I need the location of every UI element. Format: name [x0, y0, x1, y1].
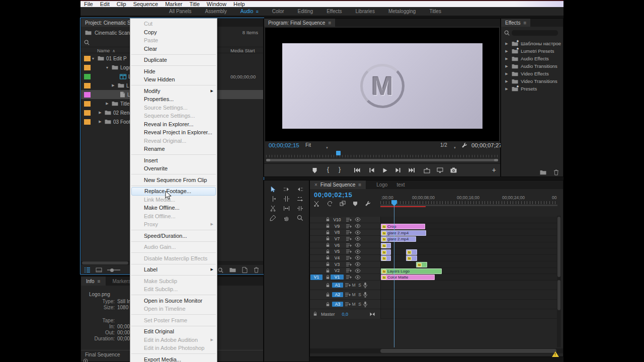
- track-name[interactable]: V4: [331, 255, 344, 260]
- mark-in-button[interactable]: {: [327, 166, 329, 173]
- lock-icon[interactable]: [325, 255, 331, 260]
- timeline-clip[interactable]: Crop: [381, 224, 425, 229]
- tree-disclosure-icon[interactable]: ▶: [504, 72, 509, 76]
- track-output-patch-icon[interactable]: [346, 262, 352, 267]
- timeline-tab[interactable]: text: [392, 180, 409, 189]
- extract-button[interactable]: [437, 167, 443, 173]
- settings-wrench-icon[interactable]: [461, 142, 467, 148]
- nest-sequence-icon[interactable]: [340, 201, 346, 207]
- find-icon[interactable]: [218, 267, 223, 273]
- label-color-swatch[interactable]: [84, 101, 91, 107]
- audio-track-header[interactable]: A3 M S: [310, 300, 380, 309]
- track-name[interactable]: V10: [331, 217, 344, 222]
- source-patch-indicator[interactable]: [310, 230, 323, 235]
- chevron-down-icon[interactable]: [326, 144, 329, 150]
- context-menu-item[interactable]: Sequence Settings... ▶: [130, 112, 217, 120]
- video-track-header[interactable]: V1 V1: [310, 274, 380, 281]
- menubar-item[interactable]: Help: [230, 1, 249, 7]
- context-menu-item[interactable]: Speed/Duration... ▶: [130, 232, 217, 240]
- panel-menu-icon[interactable]: [328, 20, 331, 26]
- video-track-header[interactable]: V7: [310, 236, 380, 242]
- effects-folder-row[interactable]: ▶ ★ Audio Transitions: [501, 62, 563, 70]
- source-patch-indicator[interactable]: V1: [310, 275, 323, 280]
- video-track-header[interactable]: V5: [310, 248, 380, 255]
- context-menu-item[interactable]: Export Media... ▶: [130, 355, 217, 362]
- context-menu-item[interactable]: Modify ▶: [130, 87, 217, 96]
- track-output-patch-icon[interactable]: [346, 230, 352, 235]
- zoom-tool[interactable]: [293, 213, 307, 223]
- video-track-header[interactable]: V9: [310, 223, 380, 230]
- context-menu-item[interactable]: Label ▶: [130, 265, 217, 274]
- workspace-tab[interactable]: Libraries ≡: [356, 9, 375, 14]
- solo-button[interactable]: S: [357, 283, 363, 288]
- info-tab[interactable]: Info: [81, 277, 106, 286]
- add-marker-button[interactable]: [312, 167, 317, 173]
- context-menu-item[interactable]: Copy ▶: [130, 28, 217, 37]
- context-menu-item[interactable]: Open in Timeline ▶: [130, 305, 217, 313]
- context-menu-item[interactable]: Cut ▶: [130, 20, 217, 28]
- scrollbar-thumb[interactable]: [557, 217, 560, 277]
- label-color-swatch[interactable]: [84, 83, 91, 88]
- context-menu-item[interactable]: Overwrite ▶: [130, 164, 217, 173]
- razor-playhead-icon[interactable]: [313, 201, 319, 207]
- context-menu-item[interactable]: Hide ▶: [130, 67, 217, 76]
- context-menu-item[interactable]: Make Offline... ▶: [130, 204, 217, 212]
- new-bin-icon[interactable]: [229, 267, 236, 273]
- tree-disclosure-icon[interactable]: ▶: [98, 111, 103, 115]
- label-color-swatch[interactable]: [84, 110, 91, 116]
- pan-bowtie-icon[interactable]: [369, 312, 375, 317]
- lock-icon[interactable]: [325, 268, 331, 274]
- tree-disclosure-icon[interactable]: ▶: [111, 83, 116, 87]
- source-patch-indicator[interactable]: [310, 255, 323, 260]
- rate-stretch-tool[interactable]: [293, 194, 307, 204]
- menubar-item[interactable]: Title: [186, 1, 203, 7]
- timeline-current-timecode[interactable]: 00;00;02;15: [314, 191, 352, 199]
- timeline-vertical-scrollbar[interactable]: [557, 216, 561, 347]
- effects-folder-row[interactable]: ▶ ★ Шаблоны настрое: [501, 40, 563, 47]
- track-select-forward-tool[interactable]: [280, 185, 293, 194]
- zoom-level-dropdown[interactable]: Fit: [305, 142, 311, 148]
- master-track-header[interactable]: Master 0,0: [310, 309, 380, 319]
- tree-disclosure-icon[interactable]: ▼: [105, 66, 110, 69]
- scrollbar-thumb[interactable]: [380, 349, 556, 353]
- new-custom-bin-icon[interactable]: [540, 170, 546, 175]
- video-track-header[interactable]: V4: [310, 255, 380, 261]
- context-menu-item[interactable]: Clear ▶: [130, 45, 217, 53]
- tree-disclosure-icon[interactable]: ▶: [105, 102, 110, 106]
- pen-tool[interactable]: [266, 213, 280, 223]
- context-menu-item[interactable]: Open in Source Monitor ▶: [130, 297, 217, 305]
- lock-icon[interactable]: [325, 261, 331, 267]
- program-scrubber[interactable]: [266, 152, 498, 157]
- track-name[interactable]: V7: [331, 236, 344, 241]
- lock-icon[interactable]: [325, 302, 331, 307]
- track-patch-icon[interactable]: [345, 283, 351, 288]
- workspace-tab[interactable]: Titles ≡: [429, 9, 441, 14]
- context-menu-item[interactable]: Make Subclip ▶: [130, 277, 217, 286]
- source-patch-indicator[interactable]: [310, 223, 323, 229]
- context-menu-item[interactable]: Edit Original ▶: [130, 327, 217, 336]
- voiceover-record-mic-icon[interactable]: [363, 282, 368, 288]
- track-output-patch-icon[interactable]: [346, 275, 352, 280]
- panel-menu-icon[interactable]: [98, 279, 101, 284]
- menubar-item[interactable]: Clip: [113, 1, 130, 7]
- toggle-track-output-eye-icon[interactable]: [355, 249, 361, 254]
- toggle-track-output-eye-icon[interactable]: [355, 255, 361, 260]
- mute-button[interactable]: M: [351, 283, 357, 288]
- toggle-track-output-eye-icon[interactable]: [355, 268, 361, 273]
- label-color-swatch[interactable]: [84, 92, 91, 98]
- track-output-patch-icon[interactable]: [346, 236, 352, 241]
- scrollbar-thumb[interactable]: [82, 261, 128, 264]
- program-monitor-tab[interactable]: Program: Final Sequence: [264, 19, 335, 27]
- video-track-header[interactable]: V3: [310, 261, 380, 268]
- context-menu-item[interactable]: Properties... ▶: [130, 95, 217, 104]
- label-color-swatch[interactable]: [84, 119, 91, 125]
- voiceover-record-mic-icon[interactable]: [363, 292, 368, 298]
- toggle-track-output-eye-icon[interactable]: [355, 224, 361, 228]
- timeline-clip[interactable]: Layers Logo: [381, 268, 442, 274]
- source-patch-indicator[interactable]: [310, 249, 323, 254]
- context-menu-item[interactable]: Edit in Adobe Audition ▶: [130, 336, 217, 344]
- timeline-clip[interactable]: [416, 262, 427, 267]
- tree-disclosure-icon[interactable]: ▼: [91, 57, 96, 60]
- track-name[interactable]: V1: [331, 275, 344, 280]
- timeline-clip[interactable]: [381, 249, 391, 255]
